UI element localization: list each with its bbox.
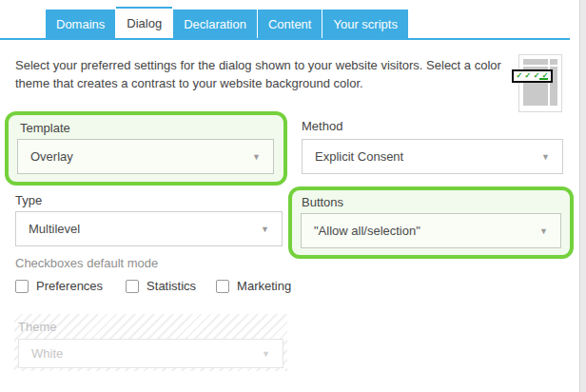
tab-bar: Domains Dialog Declaration Content Your … — [46, 7, 409, 38]
chevron-down-icon: ▼ — [539, 226, 548, 236]
type-value: Multilevel — [29, 222, 80, 236]
checkbox-box[interactable] — [126, 280, 139, 293]
chevron-down-icon: ▼ — [261, 225, 269, 234]
dialog-settings-page: Domains Dialog Declaration Content Your … — [0, 0, 586, 392]
checkbox-box[interactable] — [216, 280, 229, 293]
template-value: Overlay — [30, 149, 73, 164]
chevron-down-icon: ▼ — [541, 152, 550, 162]
buttons-label: Buttons — [302, 195, 343, 209]
template-select[interactable]: Overlay ▼ — [17, 139, 274, 174]
tab-declaration[interactable]: Declaration — [173, 10, 258, 38]
tab-dialog[interactable]: Dialog — [116, 7, 172, 38]
theme-section-disabled: Theme White ▼ — [14, 314, 287, 371]
buttons-select[interactable]: "Allow all/selection" ▼ — [301, 213, 561, 248]
thumbnail-consent-bar: ✓ ✓ ✓ ✓ — [512, 69, 553, 83]
theme-value: White — [31, 346, 63, 361]
checkbox-label: Statistics — [146, 279, 196, 293]
checkmark-underline — [539, 78, 548, 80]
method-value: Explicit Consent — [315, 149, 403, 164]
thumbnail-row-divider — [523, 65, 557, 67]
checkbox-marketing[interactable]: Marketing — [216, 279, 291, 293]
buttons-highlight-annotation: Buttons "Allow all/selection" ▼ — [288, 186, 574, 259]
checkbox-statistics[interactable]: Statistics — [126, 279, 196, 293]
checkboxes-default-mode-label: Checkboxes default mode — [15, 256, 158, 270]
checkbox-preferences[interactable]: Preferences — [15, 279, 103, 293]
method-label: Method — [302, 119, 342, 133]
tab-underline — [0, 38, 570, 40]
checkbox-label: Preferences — [36, 279, 103, 293]
page-right-edge — [579, 0, 586, 392]
chevron-down-icon: ▼ — [262, 349, 270, 359]
checkmark-icon: ✓ — [516, 72, 522, 80]
buttons-value: "Allow all/selection" — [314, 224, 420, 238]
checkbox-label: Marketing — [237, 279, 291, 293]
tab-your-scripts[interactable]: Your scripts — [322, 10, 408, 38]
checkmark-icon: ✓ — [525, 72, 532, 80]
tab-domains[interactable]: Domains — [46, 10, 116, 38]
method-select[interactable]: Explicit Consent ▼ — [302, 139, 563, 174]
checkboxes-default-mode-row: Preferences Statistics Marketing — [15, 279, 314, 293]
template-label: Template — [20, 121, 70, 135]
type-label: Type — [15, 193, 42, 207]
template-highlight-annotation: Template Overlay ▼ — [5, 111, 287, 186]
dialog-preview-thumbnail: ✓ ✓ ✓ ✓ — [518, 54, 562, 112]
tab-content[interactable]: Content — [258, 10, 323, 38]
type-select[interactable]: Multilevel ▼ — [15, 211, 283, 246]
checkbox-box[interactable] — [15, 280, 29, 293]
page-description: Select your preferred settings for the d… — [15, 56, 522, 92]
theme-label: Theme — [18, 320, 56, 334]
chevron-down-icon: ▼ — [252, 152, 261, 162]
theme-select: White ▼ — [18, 339, 283, 368]
